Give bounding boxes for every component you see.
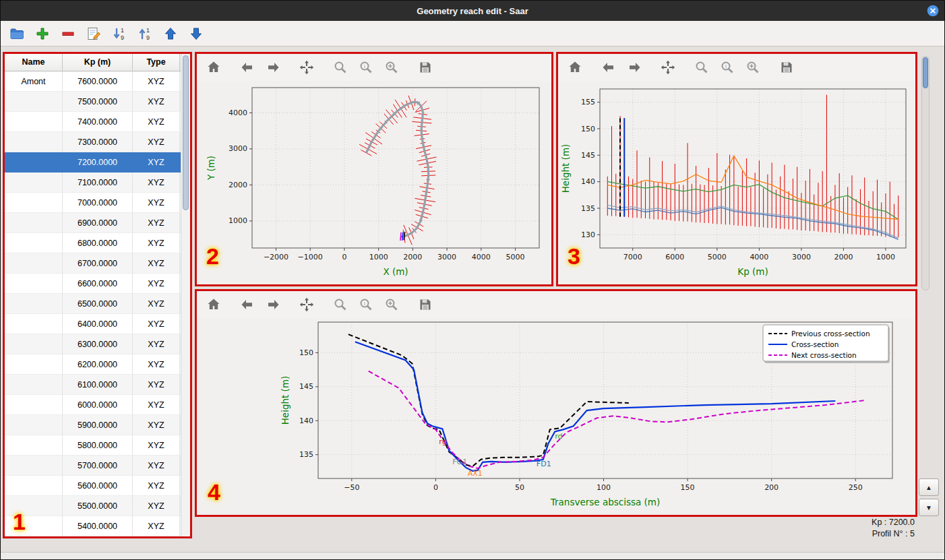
forward-icon[interactable] [263,294,283,315]
back-icon[interactable] [237,294,257,315]
table-row[interactable]: 6000.0000XYZ [5,395,190,415]
table-row[interactable]: 5800.0000XYZ [5,435,190,456]
svg-text:Y (m): Y (m) [206,156,216,181]
table-row[interactable]: 7300.0000XYZ [5,132,190,152]
customize-icon[interactable] [382,57,402,77]
save-icon[interactable] [415,57,435,77]
row-kp-cell: 6400.0000 [63,314,133,334]
table-row[interactable]: Amont7600.0000XYZ [5,71,190,92]
row-type-cell: XYZ [133,354,180,375]
row-kp-cell: 6300.0000 [63,334,133,354]
subplots-icon[interactable]: i [717,57,737,77]
save-icon[interactable] [776,57,797,77]
longitudinal-profile-canvas[interactable]: 7000600050004000300020001000130135140145… [558,81,915,284]
row-kp-cell: 5700.0000 [63,456,133,476]
move-up-button[interactable] [161,24,180,43]
customize-icon[interactable] [382,294,402,315]
svg-text:4000: 4000 [228,108,247,117]
table-row[interactable]: 7000.0000XYZ [5,193,190,213]
table-scrollbar[interactable] [181,54,190,536]
row-type-cell: XYZ [133,314,180,334]
svg-text:i: i [364,301,365,307]
pan-icon[interactable] [658,57,678,77]
table-row[interactable]: 7500.0000XYZ [5,92,190,112]
row-name-cell [5,213,63,233]
svg-text:150: 150 [681,483,695,492]
table-row[interactable]: 6500.0000XYZ [5,294,190,314]
back-icon[interactable] [599,57,619,77]
table-row[interactable]: 5700.0000XYZ [5,456,190,476]
table-row[interactable]: 5500.0000XYZ [5,496,190,516]
minus-icon [60,26,76,42]
table-row[interactable]: 6300.0000XYZ [5,334,190,354]
customize-icon[interactable] [743,57,763,77]
folder-icon [9,26,25,42]
table-row[interactable]: 6700.0000XYZ [5,253,190,274]
forward-icon[interactable] [624,57,644,77]
table-row[interactable]: 6600.0000XYZ [5,274,190,294]
row-name-cell [5,314,63,334]
back-icon[interactable] [237,57,257,77]
svg-text:Previous cross-section: Previous cross-section [791,330,870,338]
cross-section-canvas[interactable]: −50050100150200250135140145150Transverse… [197,318,915,515]
table-row[interactable]: 5400.0000XYZ [5,516,190,536]
zoom-icon[interactable] [330,294,350,315]
row-name-cell [5,173,63,193]
subplots-icon[interactable]: i [356,294,376,315]
edit-profile-button[interactable] [84,24,103,43]
svg-text:rd: rd [555,432,562,441]
row-kp-cell: 7600.0000 [63,71,133,92]
row-kp-cell: 7100.0000 [63,173,133,193]
svg-text:X (m): X (m) [383,266,408,277]
table-row[interactable]: 7400.0000XYZ [5,112,190,132]
svg-text:5000: 5000 [708,253,727,261]
forward-icon[interactable] [263,57,283,77]
vertical-scrollbar[interactable] [921,56,929,290]
table-row[interactable]: 6400.0000XYZ [5,314,190,334]
close-button[interactable] [926,4,940,18]
home-icon[interactable] [204,294,224,315]
svg-text:140: 140 [299,416,313,425]
home-icon[interactable] [565,57,585,77]
table-row[interactable]: 7200.0000XYZ [5,152,190,173]
row-type-cell: XYZ [133,435,180,456]
sort-ascending-button[interactable]: 1 9 [110,24,129,43]
add-profile-button[interactable] [33,24,52,43]
main-toolbar: 1 9 1 9 [1,21,944,46]
row-kp-cell: 6100.0000 [63,375,133,395]
annotation-number-4: 4 [208,479,220,505]
table-row[interactable]: 7100.0000XYZ [5,173,190,193]
svg-text:FD1: FD1 [537,460,551,468]
profile-down-button[interactable]: ▼ [919,499,939,516]
svg-text:2000: 2000 [403,253,422,261]
table-row[interactable]: 6900.0000XYZ [5,213,190,233]
pan-icon[interactable] [297,294,317,315]
open-button[interactable] [7,24,26,43]
table-row[interactable]: 6800.0000XYZ [5,233,190,253]
current-profil-label: Profil N° : 5 [872,529,915,538]
vertical-scrollbar-thumb[interactable] [923,57,928,88]
remove-profile-button[interactable] [59,24,78,43]
zoom-icon[interactable] [330,57,350,77]
row-type-cell: XYZ [133,71,180,92]
home-icon[interactable] [204,57,224,77]
table-row[interactable]: 6200.0000XYZ [5,354,190,375]
svg-text:1: 1 [121,27,124,34]
sort-descending-button[interactable]: 1 9 [135,24,154,43]
subplots-icon[interactable]: i [356,57,376,77]
pan-icon[interactable] [297,57,317,77]
svg-text:5000: 5000 [506,253,525,261]
table-row[interactable]: 6100.0000XYZ [5,375,190,395]
row-name-cell [5,152,63,173]
table-row[interactable]: 5900.0000XYZ [5,415,190,435]
table-scrollbar-thumb[interactable] [183,55,189,210]
save-icon[interactable] [415,294,435,315]
mpl-toolbar-long: i [558,54,915,81]
plan-view-canvas[interactable]: −2000−1000010002000300040005000100020003… [197,81,551,284]
profile-up-button[interactable]: ▲ [919,478,939,496]
move-down-button[interactable] [187,24,206,43]
row-name-cell [5,435,63,456]
row-type-cell: XYZ [133,496,180,516]
table-row[interactable]: 5600.0000XYZ [5,476,190,496]
zoom-icon[interactable] [692,57,712,77]
